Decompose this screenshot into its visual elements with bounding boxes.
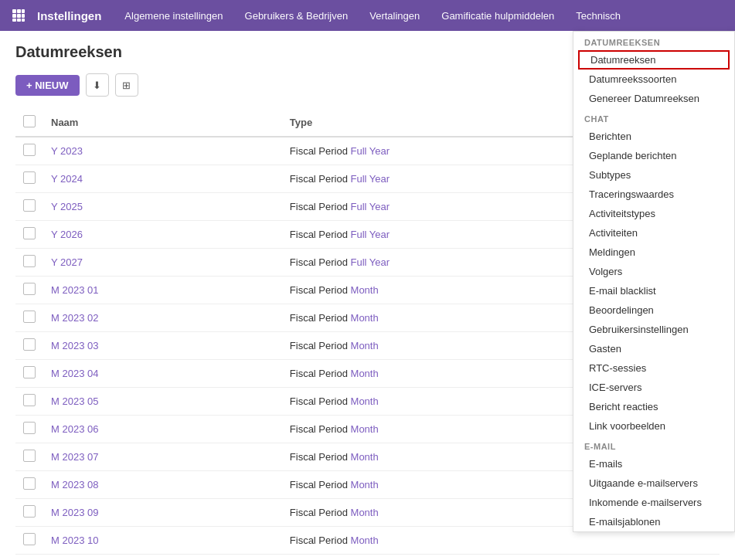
dropdown-item-genereer[interactable]: Genereer Datumreeksen — [573, 89, 734, 108]
row-name-link[interactable]: Y 2023 — [51, 145, 83, 157]
row-name-link[interactable]: M 2023 01 — [51, 284, 98, 296]
row-checkbox-cell — [15, 443, 43, 471]
name-highlight: 07 — [87, 451, 98, 463]
row-name: M 2023 02 — [43, 304, 282, 332]
row-checkbox[interactable] — [23, 311, 36, 323]
dropdown-section-label: E-mail — [573, 436, 734, 454]
row-checkbox-cell — [15, 527, 43, 555]
nav-item-technisch[interactable]: Technisch — [565, 0, 631, 31]
name-highlight: 01 — [87, 284, 98, 296]
row-checkbox[interactable] — [23, 144, 36, 156]
row-checkbox-cell — [15, 193, 43, 221]
type-highlight: Full Year — [351, 256, 390, 268]
type-highlight: Full Year — [351, 201, 390, 212]
dropdown-item-datumreekssoorten[interactable]: Datumreekssoorten — [573, 70, 734, 89]
row-checkbox[interactable] — [23, 505, 36, 518]
type-highlight: Full Year — [351, 229, 390, 240]
row-checkbox-cell — [15, 165, 43, 193]
row-name: M 2023 04 — [43, 360, 282, 388]
type-highlight: Full Year — [351, 145, 390, 157]
type-highlight: Month — [351, 368, 379, 379]
apps-menu-button[interactable] — [6, 3, 31, 28]
dropdown-item-beoordelingen[interactable]: Beoordelingen — [573, 300, 734, 320]
nav-item-gamificatie[interactable]: Gamificatie hulpmiddelen — [430, 0, 565, 31]
row-checkbox[interactable] — [23, 283, 36, 295]
row-name-link[interactable]: M 2023 08 — [51, 479, 98, 490]
row-checkbox[interactable] — [23, 366, 36, 378]
svg-rect-7 — [17, 19, 21, 22]
dropdown-item-uitgaande[interactable]: Uitgaande e-mailservers — [573, 473, 734, 493]
row-name-link[interactable]: M 2023 04 — [51, 368, 98, 379]
dropdown-item-inkomende[interactable]: Inkomende e-mailservers — [573, 493, 734, 512]
row-checkbox[interactable] — [23, 338, 36, 351]
dropdown-item-traceringswaardes[interactable]: Traceringswaardes — [573, 185, 734, 204]
download-button[interactable]: ⬇ — [86, 73, 109, 97]
type-highlight: Month — [351, 312, 379, 324]
row-name: M 2023 01 — [43, 277, 282, 304]
svg-rect-6 — [12, 19, 16, 22]
row-checkbox[interactable] — [23, 394, 36, 406]
app-brand: Instellingen — [34, 9, 111, 22]
dropdown-item-rtcsessies[interactable]: RTC-sessies — [573, 358, 734, 378]
dropdown-item-emails[interactable]: E-mails — [573, 454, 734, 473]
nav-item-algemeen[interactable]: Algemene instellingen — [114, 0, 233, 31]
new-button[interactable]: + NIEUW — [15, 75, 80, 96]
row-checkbox-cell — [15, 137, 43, 165]
row-checkbox[interactable] — [23, 422, 36, 434]
dropdown-item-subtypes[interactable]: Subtypes — [573, 165, 734, 185]
row-checkbox[interactable] — [23, 255, 36, 267]
grid-view-button[interactable]: ⊞ — [115, 73, 138, 97]
row-checkbox[interactable] — [23, 450, 36, 462]
technisch-dropdown: DatumreeksenDatumreeksenDatumreekssoorte… — [573, 31, 735, 532]
dropdown-item-activiteiten[interactable]: Activiteiten — [573, 223, 734, 243]
row-name-link[interactable]: M 2023 03 — [51, 340, 98, 351]
select-all-checkbox[interactable] — [23, 115, 36, 127]
row-name-link[interactable]: M 2023 07 — [51, 451, 98, 463]
dropdown-item-gebruikersinstellingen[interactable]: Gebruikersinstellingen — [573, 320, 734, 339]
dropdown-section-label: Chat — [573, 108, 734, 127]
row-name-link[interactable]: M 2023 02 — [51, 312, 98, 324]
type-highlight: Month — [351, 395, 379, 407]
row-checkbox-cell — [15, 221, 43, 249]
row-checkbox-cell — [15, 471, 43, 499]
dropdown-item-berichten[interactable]: Berichten — [573, 127, 734, 146]
row-name-link[interactable]: Y 2026 — [51, 229, 83, 240]
dropdown-item-activiteitstypes[interactable]: Activiteitstypes — [573, 204, 734, 223]
dropdown-item-geplande[interactable]: Geplande berichten — [573, 146, 734, 165]
row-checkbox[interactable] — [23, 477, 36, 490]
type-highlight: Month — [351, 507, 379, 518]
row-name-link[interactable]: M 2023 06 — [51, 423, 98, 435]
table-row[interactable]: M 2023 11Fiscal Period Month — [15, 555, 720, 561]
svg-rect-8 — [22, 19, 25, 22]
col-naam: Naam — [43, 109, 282, 137]
dropdown-item-volgers[interactable]: Volgers — [573, 262, 734, 281]
row-name: M 2023 10 — [43, 527, 282, 555]
dropdown-item-linkvoorbeelden[interactable]: Link voorbeelden — [573, 416, 734, 436]
row-name-link[interactable]: M 2023 10 — [51, 535, 98, 546]
dropdown-item-gasten[interactable]: Gasten — [573, 339, 734, 358]
svg-rect-3 — [12, 14, 16, 18]
row-checkbox[interactable] — [23, 227, 36, 239]
row-name-link[interactable]: M 2023 05 — [51, 395, 98, 407]
row-name-link[interactable]: Y 2025 — [51, 201, 83, 212]
dropdown-item-meldingen[interactable]: Meldingen — [573, 243, 734, 262]
row-name: Y 2027 — [43, 249, 282, 277]
row-checkbox-cell — [15, 555, 43, 561]
row-name: M 2023 08 — [43, 471, 282, 499]
row-checkbox[interactable] — [23, 533, 36, 545]
dropdown-item-iceservers[interactable]: ICE-servers — [573, 378, 734, 397]
row-name-link[interactable]: Y 2027 — [51, 256, 83, 268]
row-checkbox[interactable] — [23, 199, 36, 212]
nav-item-vertalingen[interactable]: Vertalingen — [359, 0, 430, 31]
dropdown-section-label: Datumreeksen — [573, 32, 734, 50]
main-area: Datumreeksen + NIEUW ⬇ ⊞ Naam Type — [0, 31, 735, 560]
select-all-header[interactable] — [15, 109, 43, 137]
dropdown-item-datumreeksen[interactable]: Datumreeksen — [578, 50, 730, 70]
row-name-link[interactable]: M 2023 09 — [51, 507, 98, 518]
dropdown-item-emailsjablonen[interactable]: E-mailsjablonen — [573, 512, 734, 531]
row-name-link[interactable]: Y 2024 — [51, 173, 83, 185]
nav-item-gebruikers[interactable]: Gebruikers & Bedrijven — [234, 0, 359, 31]
dropdown-item-berichtreacties[interactable]: Bericht reacties — [573, 397, 734, 416]
row-checkbox[interactable] — [23, 171, 36, 184]
dropdown-item-emailblacklist[interactable]: E-mail blacklist — [573, 281, 734, 300]
